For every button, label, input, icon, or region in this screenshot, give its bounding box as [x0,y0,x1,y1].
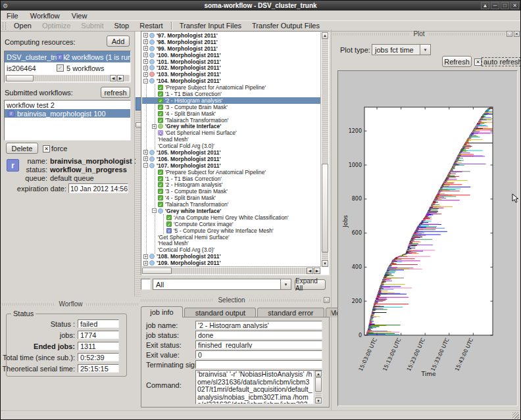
tree-hscrollbar[interactable]: ◀ ▶ [142,266,320,274]
rollup-button[interactable]: ▲ [481,2,489,9]
refresh-workflows-button[interactable]: refresh [101,87,130,98]
tree-item[interactable]: +'103. Morphologist 2011' [142,71,321,78]
tree-item[interactable]: +'102. Morphologist 2011' [142,64,321,71]
tree-item[interactable]: 'Head Mesh' [142,136,321,143]
plot-refresh-button[interactable]: Refresh [442,56,472,67]
tree-expander-icon[interactable]: − [143,163,148,168]
tree-item[interactable]: +'99. Morphologist 2011' [142,45,321,52]
tree-item[interactable]: ✓'3 - Compute Brain Mask' [142,188,321,195]
tree-expander-icon[interactable]: + [143,66,148,70]
dock-separator[interactable] [331,30,332,411]
titlebar[interactable]: ⚙ soma-workflow - DSV_cluster_trunk ▲ ─ … [1,1,520,11]
scroll-down-icon[interactable]: ▼ [315,398,322,404]
tree-item[interactable]: +'Grey white Interface' [142,123,321,129]
plot-dock-title[interactable]: Plot □ ✕ [333,30,520,38]
filter-input[interactable] [141,279,151,290]
command-field[interactable]: 'brainvisa' '-r' 'NobiasHistoAnalysis' /… [195,370,322,404]
tree-item[interactable]: +'108. Morphologist 2011' [142,253,321,260]
tree-item[interactable]: Q'Get Spherical Hemi Surface' [142,129,321,136]
chevron-down-icon[interactable]: ▼ [280,279,291,289]
tree-item[interactable]: ✓'Ana Compute Hemi Grey White Classifica… [142,214,321,221]
tree-expander-icon[interactable]: + [152,124,157,129]
tree-hscroll-thumb[interactable] [142,268,172,274]
plot-type-combo[interactable]: jobs fct time ▼ [372,44,431,55]
resize-grip[interactable] [512,412,519,419]
scroll-right-icon[interactable]: ▶ [314,268,320,274]
tree-item[interactable]: ✓'Prepare Subject for Anatomical Pipelin… [142,169,321,175]
tab-standard-output[interactable]: standard output [184,308,256,317]
tree-item[interactable]: ✓'Talairach Transformation' [142,201,321,208]
tree-item[interactable]: ✓'Compute Cortex image' [142,221,321,227]
workflow-list-item[interactable]: rbrainvisa_morphologist 100 [5,109,130,118]
tree-item[interactable]: ✓'3 - Compute Brain Mask' [142,104,321,110]
expand-all-button[interactable]: Expand All [295,279,326,290]
workflow-tree[interactable]: +'97. Morphologist 2011'+'98. Morphologi… [141,31,330,275]
tree-vscroll-thumb[interactable] [322,164,328,252]
resource-item[interactable]: is206464✓5 workflows [5,62,130,74]
scroll-down-icon[interactable]: ▼ [322,260,328,267]
tree-item[interactable]: ✓'Talairach Transformation' [142,117,321,124]
workflow-list-item[interactable]: workflow test 2 [5,101,130,109]
field-value[interactable]: 0 [195,350,322,359]
menu-view[interactable]: View [66,12,93,20]
float-dock-icon[interactable]: □ [507,31,512,37]
field-value[interactable]: '2 - Histogram analysis' [195,321,322,329]
selection-dock-title[interactable]: Selection □ [141,296,330,304]
scroll-up-icon[interactable]: ▲ [315,371,322,377]
tree-expander-icon[interactable]: + [143,39,148,44]
delete-button[interactable]: Delete [6,143,38,154]
field-value[interactable] [195,360,322,369]
tree-item[interactable]: +'106. Morphologist 2011' [142,156,321,162]
field-value[interactable]: finished_regularly [195,340,322,349]
tree-item[interactable]: ✓'4 - Split Brain Mask' [142,195,321,201]
tree-expander-icon[interactable]: + [143,261,148,266]
tree-expander-icon[interactable]: + [143,254,148,259]
tree-item[interactable]: ✓'1 - T1 Bias Correction' [142,175,321,182]
tree-expander-icon[interactable]: + [143,150,148,154]
restart-button[interactable]: Restart [134,22,168,30]
tree-item[interactable]: ✓'2 - Histogram analysis' [142,97,321,104]
tree-expander-icon[interactable]: + [143,33,148,37]
auto-refresh-label[interactable]: auto refresh [482,58,521,66]
menu-workflow[interactable]: Workflow [24,12,66,20]
tree-item[interactable]: +'109. Morphologist 2011' [142,260,321,266]
command-scroll-thumb[interactable] [315,377,322,392]
tree-item[interactable]: ✓'4 - Split Brain Mask' [142,110,321,117]
resource-item[interactable]: DSV_cluster_trunkr2 workflows (1 is runn… [5,51,130,62]
tree-item[interactable]: +'98. Morphologist 2011' [142,39,321,45]
tree-expander-icon[interactable]: + [143,59,148,64]
scroll-up-icon[interactable]: ▲ [322,32,328,39]
tree-item[interactable]: ✓'1 - T1 Bias Correction' [142,91,321,97]
tree-item[interactable]: +'97. Morphologist 2011' [142,32,321,39]
scroll-left-icon[interactable]: ◀ [307,268,313,274]
tree-item[interactable]: 'Get Spherical Hemi Surface' [142,234,321,241]
tab-standard-error[interactable]: standard error [257,308,324,317]
toolbar-handle[interactable] [3,22,6,30]
tree-expander-icon[interactable]: − [152,208,157,213]
force-checkbox-label[interactable]: force [51,145,67,152]
resources-hscrollbar[interactable]: ◀ ▶ [5,75,130,82]
close-button[interactable]: ✕ [510,2,519,9]
open-button[interactable]: Open [9,22,37,30]
scroll-right-icon[interactable]: ▶ [117,75,124,82]
scroll-left-icon[interactable]: ◀ [110,75,116,82]
tree-item[interactable]: +'105. Morphologist 2011' [142,149,321,156]
tree-item[interactable]: ✓'Prepare Subject for Anatomical Pipelin… [142,84,321,91]
close-dock-icon[interactable]: ✕ [514,31,520,37]
field-value[interactable]: done [195,331,322,339]
submitted-workflows-list[interactable]: workflow test 2rbrainvisa_morphologist 1… [4,100,131,141]
tree-expander-icon[interactable]: + [143,156,148,161]
chevron-down-icon[interactable]: ▼ [420,45,430,55]
tree-item[interactable]: −'104. Morphologist 2011' [142,78,321,84]
tree-expander-icon[interactable]: − [143,79,148,83]
minimize-button[interactable]: ─ [491,2,499,9]
tree-item[interactable]: 'Head Mesh' [142,241,321,247]
auto-refresh-checkbox[interactable]: ✕ [474,58,482,66]
tab-job-info[interactable]: job info [141,306,183,317]
float-dock-icon[interactable]: □ [324,297,330,303]
tree-item[interactable]: −'Grey white Interface' [142,208,321,214]
workflows-checkbox[interactable]: ✓ [57,64,64,72]
workflow-dock-title[interactable]: Worflow [2,300,139,308]
plot-canvas[interactable]: 02004006008001000120015:03:00 UTC15:13:0… [337,70,518,406]
tree-filter-combo[interactable]: All ▼ [153,279,291,290]
